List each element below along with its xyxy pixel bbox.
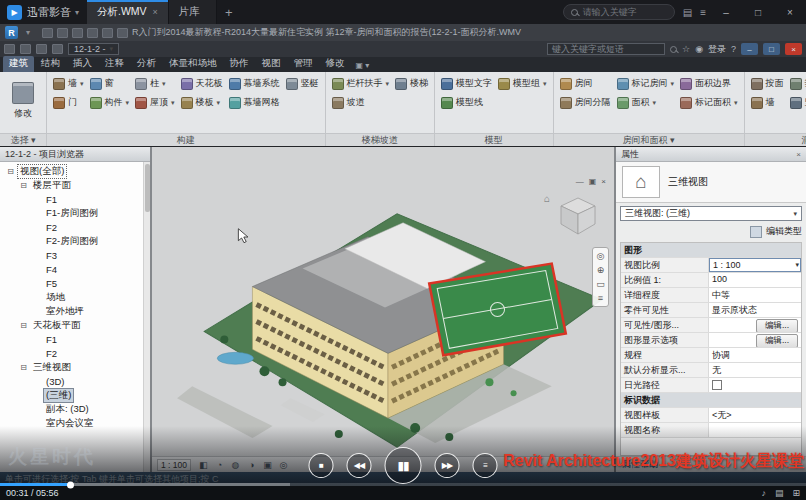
player-app-name[interactable]: 迅雷影音 (27, 5, 71, 20)
scale-control[interactable]: 1 : 100 (157, 459, 191, 471)
view-close-icon[interactable]: × (601, 177, 606, 186)
next-button[interactable]: ▶▶ (435, 453, 460, 478)
drawing-canvas[interactable]: — ▣ × ⌂ ◎ ⊕ ▭ (152, 147, 616, 472)
tree-expander-icon[interactable]: ⊟ (6, 167, 15, 176)
property-row[interactable]: 比例值 1: 100 (621, 273, 801, 288)
tree-item[interactable]: F1 (0, 332, 150, 346)
previous-button[interactable]: ◀◀ (347, 453, 372, 478)
tree-expander-icon[interactable]: ⊟ (19, 321, 28, 330)
progress-knob[interactable] (67, 481, 74, 488)
ribbon-tab[interactable]: 修改 (320, 56, 351, 72)
project-dropdown[interactable]: 12-1-2 - ▾ (68, 43, 119, 55)
property-row[interactable]: 日光路径 (621, 378, 801, 393)
ribbon-tab[interactable]: 建筑 (3, 56, 34, 72)
view-minimize-icon[interactable]: — (576, 177, 584, 186)
progress-bar[interactable] (0, 483, 806, 486)
property-value[interactable]: 编辑... (709, 318, 801, 332)
window-button[interactable]: 窗 (87, 74, 133, 93)
new-tab-button[interactable]: + (217, 5, 241, 20)
tree-item[interactable]: F2 (0, 346, 150, 360)
help-icon[interactable]: ? (731, 44, 736, 54)
ribbon-tab[interactable]: 视图 (256, 56, 287, 72)
tree-expander-icon[interactable]: ⊟ (19, 181, 28, 190)
property-value[interactable] (709, 423, 801, 437)
sun-path-icon[interactable]: ◍ (229, 459, 242, 471)
fullscreen-icon[interactable]: ⊞ (792, 488, 800, 498)
tree-item[interactable]: 场地 (0, 290, 150, 304)
tree-item[interactable]: (三维) (0, 388, 150, 402)
type-selector-dropdown[interactable]: 三维视图: (三维) ▾ (620, 206, 802, 221)
menu-icon[interactable]: ≡ (700, 7, 706, 18)
search-input[interactable]: 请输入关键字 (563, 4, 675, 20)
close-button[interactable]: × (778, 7, 802, 18)
shaft-button[interactable]: 竖井 (787, 93, 806, 112)
curtain-grid-button[interactable]: 幕墙网格 (226, 93, 283, 112)
skin-icon[interactable]: ▤ (683, 7, 692, 18)
qat-button[interactable] (57, 28, 68, 38)
qat-button[interactable] (42, 28, 53, 38)
ribbon-options-icon[interactable]: ▣ ▾ (356, 61, 370, 72)
property-row[interactable]: 视图比例 1 : 100 (621, 258, 801, 273)
property-row[interactable]: 图形显示选项 编辑... (621, 333, 801, 348)
login-button[interactable]: 登录 (708, 43, 726, 56)
tree-item[interactable]: F5 (0, 276, 150, 290)
ribbon-tab[interactable]: 体量和场地 (163, 56, 223, 72)
property-row[interactable]: 规程 协调 (621, 348, 801, 363)
visual-style-icon[interactable]: ◔ (213, 459, 226, 471)
property-row[interactable]: 视图样板 <无> (621, 408, 801, 423)
tree-item[interactable]: 室外地坪 (0, 304, 150, 318)
model-group-button[interactable]: 模型组▾ (495, 74, 550, 93)
property-value[interactable]: 显示原状态 (709, 303, 801, 317)
room-button[interactable]: 房间 (557, 74, 614, 93)
video-area[interactable]: R ▾ R入门到2014最新教程-R2014大量最新住宅实例 第12章-房间和面… (0, 24, 806, 500)
edit-type-button[interactable]: 编辑类型 (766, 225, 802, 238)
property-value[interactable]: <无> (709, 408, 801, 422)
ribbon-tab[interactable]: 管理 (288, 56, 319, 72)
ramp-button[interactable]: 坡道 (329, 93, 393, 112)
qat-button[interactable] (4, 44, 15, 54)
tree-expander-icon[interactable]: ⊟ (19, 363, 28, 372)
tree-item[interactable]: F1-房间图例 (0, 206, 150, 220)
property-row[interactable]: 图形 (621, 243, 801, 258)
area-button[interactable]: 面积▾ (614, 93, 678, 112)
area-boundary-button[interactable]: 面积边界 (677, 74, 741, 93)
floor-button[interactable]: 楼板▾ (178, 93, 226, 112)
chevron-down-icon[interactable]: ▾ (75, 8, 79, 17)
wall-button[interactable]: 墙▾ (50, 74, 87, 93)
player-tab[interactable]: 分析.WMV × (87, 0, 169, 24)
qat-button[interactable] (102, 28, 113, 38)
component-button[interactable]: 构件▾ (87, 93, 133, 112)
model-line-button[interactable]: 模型线 (438, 93, 495, 112)
player-tab[interactable]: 片库 (169, 0, 217, 24)
revit-logo-icon[interactable]: R (5, 26, 18, 39)
stop-button[interactable]: ■ (309, 453, 334, 478)
property-row[interactable]: 详细程度 中等 (621, 288, 801, 303)
property-value[interactable]: 100 (709, 273, 801, 287)
tree-item[interactable]: 室内会议室 (0, 416, 150, 430)
search-icon[interactable] (670, 46, 677, 53)
zoom-icon[interactable]: ⊕ (597, 265, 605, 275)
tab-close-icon[interactable]: × (153, 7, 158, 17)
nav-menu-icon[interactable]: ≡ (598, 293, 603, 303)
ceiling-button[interactable]: 天花板 (178, 74, 226, 93)
property-value[interactable]: 无 (709, 363, 801, 377)
modify-button[interactable]: 修改 (3, 74, 43, 128)
tree-item[interactable]: F4 (0, 262, 150, 276)
qat-button[interactable] (36, 44, 47, 54)
steering-wheel-icon[interactable]: ◎ (597, 251, 605, 261)
detail-level-icon[interactable]: ◧ (197, 459, 210, 471)
property-row[interactable]: 默认分析显示... 无 (621, 363, 801, 378)
room-separator-button[interactable]: 房间分隔 (557, 93, 614, 112)
tree-item[interactable]: F2 (0, 220, 150, 234)
playlist-button[interactable]: ≡ (473, 453, 498, 478)
door-button[interactable]: 门 (50, 93, 87, 112)
tree-item[interactable]: (3D) (0, 374, 150, 388)
tree-item[interactable]: F3 (0, 248, 150, 262)
vertical-opening-button[interactable]: 垂直 (787, 74, 806, 93)
properties-header[interactable]: 属性 × (616, 147, 806, 162)
property-row[interactable]: 零件可见性 显示原状态 (621, 303, 801, 318)
mullion-button[interactable]: 竖梃 (283, 74, 322, 93)
browser-scrollbar[interactable] (143, 162, 150, 472)
crop-view-icon[interactable]: ▣ (261, 459, 274, 471)
ribbon-tab[interactable]: 插入 (67, 56, 98, 72)
